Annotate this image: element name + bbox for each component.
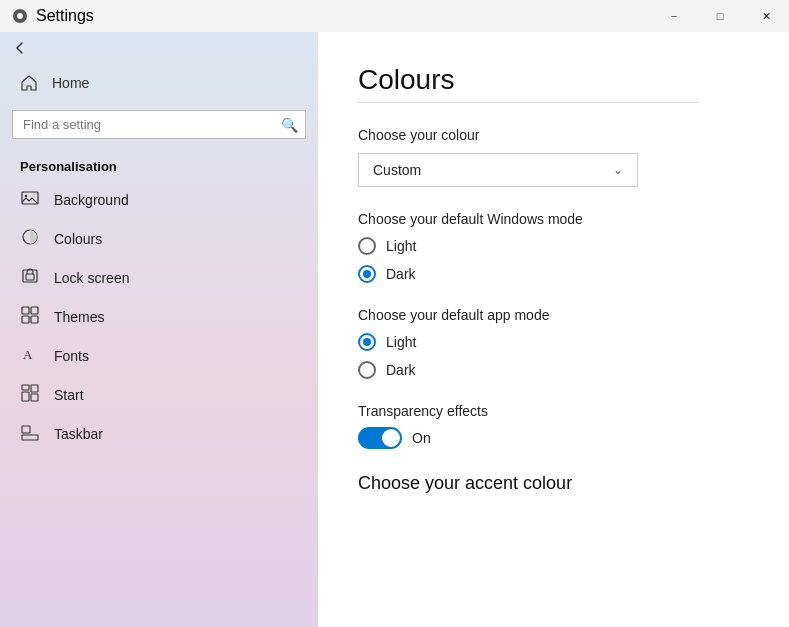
app-mode-light-radio[interactable] xyxy=(358,333,376,351)
svg-rect-8 xyxy=(31,316,38,323)
background-label: Background xyxy=(54,192,129,208)
choose-colour-label: Choose your colour xyxy=(358,127,749,143)
windows-mode-dark[interactable]: Dark xyxy=(358,265,749,283)
svg-text:A: A xyxy=(23,347,33,362)
minimize-button[interactable]: − xyxy=(651,0,697,32)
sidebar-item-colours[interactable]: Colours xyxy=(0,219,318,258)
main-content: Colours Choose your colour Custom ⌄ Choo… xyxy=(318,32,789,627)
app-mode-group: Light Dark xyxy=(358,333,749,379)
svg-rect-12 xyxy=(31,394,38,401)
back-button[interactable] xyxy=(0,32,318,64)
svg-rect-10 xyxy=(22,392,29,401)
home-label: Home xyxy=(52,75,89,91)
fonts-label: Fonts xyxy=(54,348,89,364)
windows-mode-light[interactable]: Light xyxy=(358,237,749,255)
start-label: Start xyxy=(54,387,84,403)
sidebar: Home 🔍 Personalisation Background xyxy=(0,32,318,627)
sidebar-item-themes[interactable]: Themes xyxy=(0,297,318,336)
sidebar-item-start[interactable]: Start xyxy=(0,375,318,414)
title-bar-title: Settings xyxy=(36,7,94,25)
colours-label: Colours xyxy=(54,231,102,247)
transparency-label: Transparency effects xyxy=(358,403,749,419)
colour-dropdown[interactable]: Custom ⌄ xyxy=(358,153,638,187)
sidebar-item-lock-screen[interactable]: Lock screen xyxy=(0,258,318,297)
svg-point-1 xyxy=(25,195,27,197)
transparency-state-label: On xyxy=(412,430,431,446)
windows-mode-group: Light Dark xyxy=(358,237,749,283)
transparency-row: Transparency effects On xyxy=(358,403,749,449)
svg-rect-15 xyxy=(22,426,30,433)
svg-rect-5 xyxy=(22,307,29,314)
start-icon xyxy=(20,384,40,405)
search-input[interactable] xyxy=(12,110,306,139)
windows-mode-light-radio[interactable] xyxy=(358,237,376,255)
search-box: 🔍 xyxy=(12,110,306,139)
windows-mode-light-label: Light xyxy=(386,238,416,254)
sidebar-item-fonts[interactable]: A Fonts xyxy=(0,336,318,375)
colours-icon xyxy=(20,228,40,249)
windows-mode-dark-label: Dark xyxy=(386,266,416,282)
chevron-down-icon: ⌄ xyxy=(613,163,623,177)
svg-rect-6 xyxy=(31,307,38,314)
page-title: Colours xyxy=(358,64,749,96)
lock-screen-label: Lock screen xyxy=(54,270,129,286)
transparency-toggle-container: On xyxy=(358,427,749,449)
sidebar-item-taskbar[interactable]: Taskbar xyxy=(0,414,318,453)
taskbar-label: Taskbar xyxy=(54,426,103,442)
title-bar: Settings − □ ✕ xyxy=(0,0,789,32)
taskbar-icon xyxy=(20,423,40,444)
accent-colour-title: Choose your accent colour xyxy=(358,473,749,494)
sidebar-item-background[interactable]: Background xyxy=(0,180,318,219)
section-title: Personalisation xyxy=(0,147,318,180)
svg-rect-14 xyxy=(22,435,38,440)
app-mode-dark-label: Dark xyxy=(386,362,416,378)
windows-mode-label: Choose your default Windows mode xyxy=(358,211,749,227)
themes-icon xyxy=(20,306,40,327)
title-bar-left: Settings xyxy=(0,7,94,25)
colour-dropdown-value: Custom xyxy=(373,162,421,178)
app-mode-light-label: Light xyxy=(386,334,416,350)
home-nav-item[interactable]: Home xyxy=(0,64,318,102)
app-mode-label: Choose your default app mode xyxy=(358,307,749,323)
themes-label: Themes xyxy=(54,309,105,325)
background-icon xyxy=(20,189,40,210)
svg-rect-13 xyxy=(22,385,29,390)
svg-rect-7 xyxy=(22,316,29,323)
search-icon: 🔍 xyxy=(281,117,298,133)
app-mode-light[interactable]: Light xyxy=(358,333,749,351)
windows-mode-dark-radio[interactable] xyxy=(358,265,376,283)
title-bar-controls: − □ ✕ xyxy=(651,0,789,32)
maximize-button[interactable]: □ xyxy=(697,0,743,32)
fonts-icon: A xyxy=(20,345,40,366)
app-body: Home 🔍 Personalisation Background xyxy=(0,32,789,627)
transparency-toggle[interactable] xyxy=(358,427,402,449)
app-mode-dark[interactable]: Dark xyxy=(358,361,749,379)
home-icon xyxy=(20,74,38,92)
close-button[interactable]: ✕ xyxy=(743,0,789,32)
lock-screen-icon xyxy=(20,267,40,288)
page-title-divider xyxy=(358,102,698,103)
svg-rect-4 xyxy=(26,274,34,280)
back-icon xyxy=(12,40,28,56)
settings-icon xyxy=(12,8,28,24)
app-mode-dark-radio[interactable] xyxy=(358,361,376,379)
svg-rect-11 xyxy=(31,385,38,392)
